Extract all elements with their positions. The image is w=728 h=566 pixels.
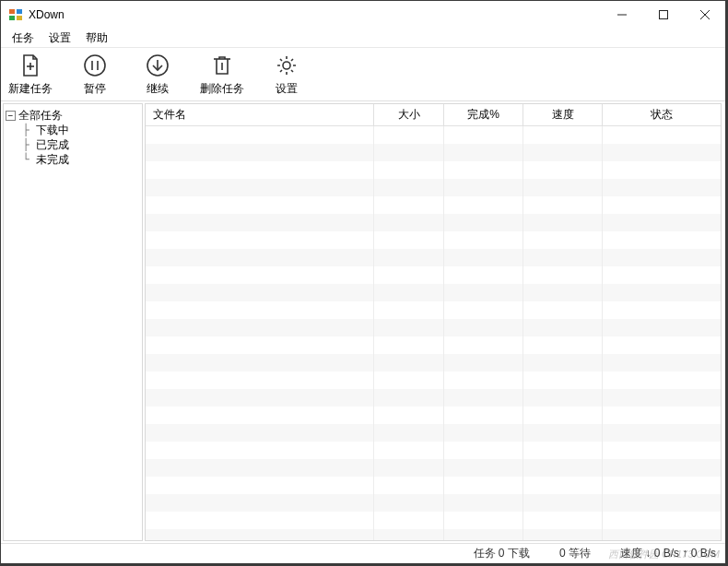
menu-help[interactable]: 帮助 bbox=[78, 29, 115, 48]
settings-label: 设置 bbox=[276, 81, 298, 97]
download-arrow-icon bbox=[144, 52, 171, 79]
app-window: XDown 任务 设置 帮助 bbox=[0, 0, 726, 564]
table-row bbox=[146, 179, 721, 196]
tree-branch-icon: └ bbox=[9, 152, 36, 167]
resume-button[interactable]: 继续 bbox=[137, 52, 178, 97]
svg-rect-1 bbox=[17, 9, 22, 14]
table-row bbox=[146, 249, 721, 266]
settings-button[interactable]: 设置 bbox=[266, 52, 307, 97]
svg-rect-2 bbox=[9, 16, 15, 20]
table-row bbox=[146, 407, 721, 424]
tree-branch-icon: ├ bbox=[9, 123, 36, 137]
trash-icon bbox=[208, 52, 236, 79]
pause-button[interactable]: 暂停 bbox=[75, 52, 115, 97]
tree-item-label: 下载中 bbox=[36, 123, 69, 137]
minimize-button[interactable] bbox=[601, 1, 642, 29]
tree-item-downloading[interactable]: ├ 下载中 bbox=[6, 123, 140, 137]
tree-root-row[interactable]: − 全部任务 bbox=[6, 108, 140, 123]
table-row bbox=[146, 424, 721, 442]
app-icon bbox=[8, 7, 23, 22]
delete-task-label: 删除任务 bbox=[200, 81, 244, 97]
table-row bbox=[146, 266, 721, 284]
gear-icon bbox=[273, 52, 300, 79]
table-body bbox=[146, 126, 721, 540]
svg-rect-3 bbox=[17, 16, 22, 20]
table-row bbox=[146, 214, 721, 231]
table-row bbox=[146, 126, 721, 144]
table-row bbox=[146, 512, 721, 529]
app-title: XDown bbox=[29, 8, 65, 21]
titlebar: XDown bbox=[1, 1, 725, 29]
statusbar: 任务 0 下载 0 等待 速度 ↓ 0 B/s ↑ 0 B/s 西西软件园 CR… bbox=[1, 543, 725, 563]
table-row bbox=[146, 161, 721, 179]
pause-icon bbox=[81, 52, 109, 79]
status-tasks: 任务 0 下载 bbox=[455, 533, 530, 566]
table-row bbox=[146, 389, 721, 407]
column-status[interactable]: 状态 bbox=[603, 104, 721, 126]
table-row bbox=[146, 336, 721, 354]
body-split: − 全部任务 ├ 下载中 ├ 已完成 └ 未完成 文件名 大小 完成% bbox=[1, 101, 725, 543]
svg-rect-0 bbox=[9, 9, 15, 14]
tree-collapse-icon[interactable]: − bbox=[6, 111, 16, 121]
tree-branch-icon: ├ bbox=[9, 137, 36, 152]
tree-item-label: 已完成 bbox=[36, 137, 69, 152]
table-row bbox=[146, 231, 721, 249]
resume-label: 继续 bbox=[147, 81, 169, 97]
tree-panel: − 全部任务 ├ 下载中 ├ 已完成 └ 未完成 bbox=[3, 103, 143, 541]
table-row bbox=[146, 301, 721, 319]
tree-item-label: 未完成 bbox=[36, 152, 69, 167]
toolbar: 新建任务 暂停 继续 bbox=[1, 48, 725, 101]
new-task-button[interactable]: 新建任务 bbox=[8, 52, 53, 97]
table-row bbox=[146, 371, 721, 389]
table-row bbox=[146, 442, 721, 459]
maximize-button[interactable] bbox=[642, 1, 684, 29]
menu-tasks[interactable]: 任务 bbox=[5, 29, 41, 48]
menu-settings[interactable]: 设置 bbox=[41, 29, 78, 48]
table-row bbox=[146, 144, 721, 161]
table-row bbox=[146, 354, 721, 371]
table-row bbox=[146, 319, 721, 336]
table-row bbox=[146, 459, 721, 477]
menubar: 任务 设置 帮助 bbox=[1, 29, 725, 47]
column-size[interactable]: 大小 bbox=[374, 104, 444, 126]
svg-point-17 bbox=[283, 62, 290, 69]
table-row bbox=[146, 477, 721, 494]
window-controls bbox=[601, 1, 725, 29]
svg-point-10 bbox=[85, 55, 105, 76]
column-speed[interactable]: 速度 bbox=[523, 104, 603, 126]
file-plus-icon bbox=[17, 52, 44, 79]
tree-item-unfinished[interactable]: └ 未完成 bbox=[6, 152, 140, 167]
new-task-label: 新建任务 bbox=[8, 81, 53, 97]
column-complete[interactable]: 完成% bbox=[444, 104, 523, 126]
pause-label: 暂停 bbox=[84, 81, 106, 97]
delete-task-button[interactable]: 删除任务 bbox=[200, 52, 244, 97]
table-header: 文件名 大小 完成% 速度 状态 bbox=[146, 104, 721, 126]
table-row bbox=[146, 196, 721, 214]
table-row bbox=[146, 494, 721, 512]
column-filename[interactable]: 文件名 bbox=[146, 104, 374, 126]
table-row bbox=[146, 284, 721, 301]
tree-root-label: 全部任务 bbox=[18, 108, 63, 123]
table-panel: 文件名 大小 完成% 速度 状态 bbox=[145, 103, 722, 541]
tree-item-completed[interactable]: ├ 已完成 bbox=[6, 137, 140, 152]
svg-rect-5 bbox=[659, 11, 667, 19]
status-waiting: 0 等待 bbox=[541, 533, 591, 566]
close-button[interactable] bbox=[684, 1, 725, 29]
status-speed: 速度 ↓ 0 B/s ↑ 0 B/s bbox=[602, 533, 716, 566]
